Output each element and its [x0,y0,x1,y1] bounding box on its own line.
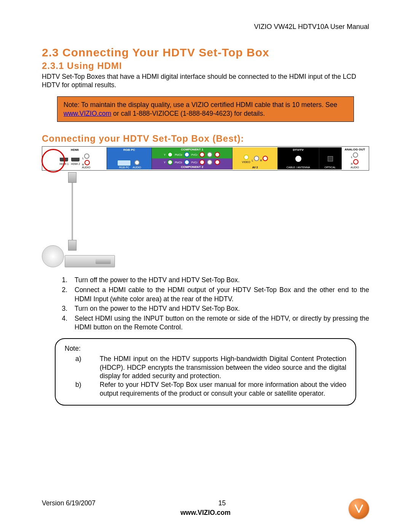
y2-jack-icon [167,160,173,165]
section-heading-2-3-1: 2.3.1 Using HDMI [42,61,369,71]
comp2-l-jack-icon [207,160,212,165]
step-3: Turn on the power to the HDTV and HDTV S… [69,304,369,313]
rear-panel-diagram: HDMI HDMI 1 HDMI 2 L R AUDIO [42,146,369,171]
satellite-dish-icon [42,245,64,267]
video-jack-icon [244,155,249,160]
note-b-text: Refer to your HDTV Set-Top Box user manu… [100,380,346,398]
aout-l-jack-icon [353,152,358,158]
panel-aout-audio-label: AUDIO [350,166,359,169]
vizio-link[interactable]: www.VIZIO.com [64,110,111,117]
footer-site: www.VIZIO.com [42,509,369,517]
step-1: Turn off the power to the HDTV and HDTV … [69,276,369,285]
audio-r-jack-icon [84,160,90,165]
aout-l-label: L [351,156,352,158]
note-a-text: The HDMI input on the HDTV supports High… [100,355,346,380]
av2-r-label: R [260,159,262,162]
panel-rgb-sublabel: RGB PC [119,166,129,169]
pr-jack-icon [199,152,205,157]
pb-label-1: Pb/Cb [175,153,182,156]
steps-list: Turn off the power to the HDTV and HDTV … [42,276,369,332]
hdmi-cable-illustration [42,172,103,267]
panel-optical-label: OPTICAL [325,166,336,169]
panel-rgb-label: RGB PC [123,148,135,152]
comp1-r-jack-icon [215,152,220,157]
step-4: Select HDMI using the INPUT button on th… [69,314,369,332]
panel-video-label: VIDEO [242,161,250,163]
page-header-title: VIZIO VW42L HDTV10A User Manual [42,23,369,31]
pr2-jack-icon [199,160,205,165]
coax-icon [295,156,301,162]
hdmi-cable-icon [72,183,73,240]
panel-component1-label: COMPONENT 1 [181,148,204,151]
pr-label-2: Pr/Cr [191,161,198,164]
pr-label-1: Pr/Cr [191,153,198,156]
rgb-audio-jack-icon [134,160,140,165]
y-jack-icon [167,152,173,157]
panel-rgb-audio-label: AUDIO [132,166,141,169]
hdmi1-highlight-circle [41,149,65,173]
hdmi-plug-top-icon [68,172,76,183]
pb-label-2: Pb/Cb [175,161,182,164]
note-text-prefix: Note: To maintain the display quality, u… [64,101,337,109]
y-label-1: Y [164,153,166,156]
footer-page-number: 15 [218,499,226,507]
vizio-logo-icon [349,498,369,519]
hdmi2-port-icon [71,158,80,161]
av2-l-jack-icon [254,156,259,161]
set-top-box-icon [65,255,115,267]
panel-analog-out-label: ANALOG OUT [345,148,365,151]
panel-dtv-label: DTV/TV [293,148,303,152]
comp2-r-jack-icon [215,160,220,165]
panel-av2-label: AV 2 [252,166,258,169]
section-heading-2-3: 2.3 Connecting Your HDTV Set-Top Box [42,46,369,59]
note-label: Note: [65,344,346,353]
panel-hdmi2-label: HDMI 2 [71,163,80,165]
aout-r-label: R [351,163,353,165]
audio-l-jack-icon [84,153,89,159]
note-text-suffix: or call 1-888-VIZIOCE (1-888-849-4623) f… [111,110,265,117]
av2-l-label: L [252,159,253,162]
y-label-2: Y [164,161,166,164]
note-a-letter: a) [65,355,100,380]
step-2: Connect a HDMI cable to the HDMI output … [69,286,369,304]
aout-r-jack-icon [353,159,358,165]
pb2-jack-icon [184,160,190,165]
connecting-best-heading: Connecting your HDTV Set-Top Box (Best): [42,133,369,144]
panel-hdmi-label: HDMI [71,148,78,152]
note-orange-box: Note: To maintain the display quality, u… [57,96,354,122]
note-b-letter: b) [65,380,100,398]
panel-l-label: L [82,157,84,160]
panel-r-label: R [82,163,84,166]
panel-component2-label: COMPONENT 2 [181,166,204,169]
page-footer: Version 6/19/2007 15 www.VIZIO.com [42,499,369,517]
pb-jack-icon [184,152,190,157]
panel-cable-label: CABLE / ANTENNA [287,166,310,169]
optical-port-icon [328,156,333,161]
av2-r-jack-icon [263,156,268,161]
note-rounded-box: Note: a) The HDMI input on the HDTV supp… [55,338,356,406]
footer-version: Version 6/19/2007 [42,499,96,507]
comp1-l-jack-icon [207,152,212,157]
panel-audio-label: AUDIO [82,166,90,169]
intro-paragraph: HDTV Set-Top Boxes that have a HDMI digi… [42,73,369,89]
vga-port-icon [117,160,131,166]
